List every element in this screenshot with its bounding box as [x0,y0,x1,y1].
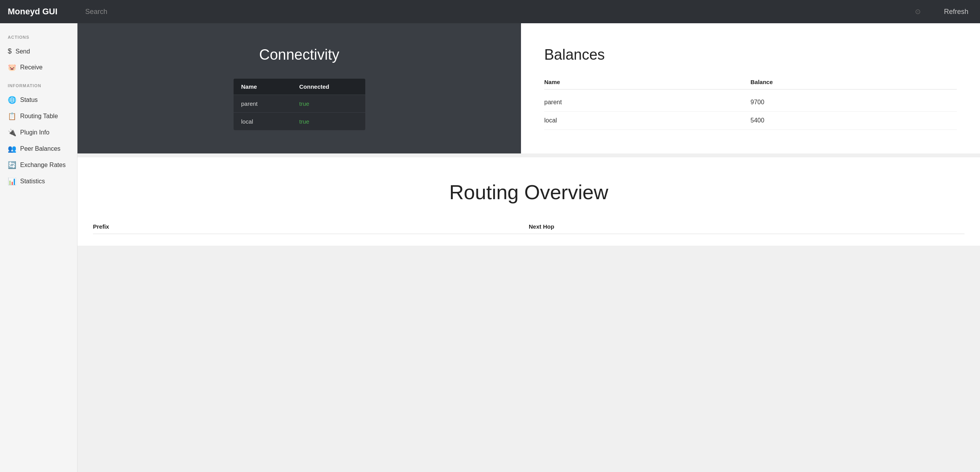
connectivity-col-connected: Connected [299,83,358,90]
balances-table-header: Name Balance [544,75,957,90]
actions-section-label: ACTIONS [0,35,77,43]
balances-col-balance: Balance [751,79,957,85]
connectivity-table: Name Connected parent true local true [234,79,365,130]
balances-row-parent-balance: 9700 [751,99,957,106]
app-logo: Moneyd GUI [0,7,77,17]
routing-section: Routing Overview Prefix Next Hop [77,157,980,246]
sidebar-item-peer-balances-label: Peer Balances [20,145,60,152]
sidebar: ACTIONS $ Send 🐷 Receive INFORMATION 🌐 S… [0,23,77,472]
sidebar-item-exchange-rates-label: Exchange Rates [20,162,65,169]
sidebar-item-receive[interactable]: 🐷 Receive [0,59,77,76]
connectivity-row-local-name: local [241,118,299,125]
status-icon: 🌐 [8,96,16,104]
main-content: Connectivity Name Connected parent true … [77,23,980,472]
search-input[interactable] [85,8,925,16]
receive-icon: 🐷 [8,63,16,72]
routing-table-icon: 📋 [8,112,16,121]
exchange-rates-icon: 🔄 [8,161,16,169]
refresh-button[interactable]: Refresh [932,0,980,23]
connectivity-row-local: local true [234,112,365,130]
statistics-icon: 📊 [8,177,16,186]
connectivity-row-parent: parent true [234,95,365,112]
sidebar-item-plugin-info[interactable]: 🔌 Plugin Info [0,124,77,141]
sidebar-item-status-label: Status [20,96,38,103]
peer-balances-icon: 👥 [8,145,16,153]
search-icon: ⊙ [915,7,921,16]
routing-col-next-hop: Next Hop [529,223,965,230]
balances-row-local-name: local [544,117,751,124]
connectivity-title: Connectivity [259,47,339,63]
balances-panel: Balances Name Balance parent 9700 local … [521,23,980,153]
balances-row-local-balance: 5400 [751,117,957,124]
sidebar-item-plugin-info-label: Plugin Info [20,129,50,136]
main-layout: ACTIONS $ Send 🐷 Receive INFORMATION 🌐 S… [0,23,980,472]
logo-suffix: GUI [40,7,57,16]
sidebar-item-statistics[interactable]: 📊 Statistics [0,173,77,189]
top-section: Connectivity Name Connected parent true … [77,23,980,153]
routing-table-header: Prefix Next Hop [93,219,965,234]
connectivity-panel: Connectivity Name Connected parent true … [77,23,521,153]
sidebar-item-send-label: Send [15,48,30,55]
sidebar-item-routing-table-label: Routing Table [20,113,58,120]
balances-row-local: local 5400 [544,112,957,130]
connectivity-table-header: Name Connected [234,79,365,95]
sidebar-item-receive-label: Receive [20,64,43,71]
balances-col-name: Name [544,79,751,85]
search-container: ⊙ [77,8,932,16]
topbar: Moneyd GUI ⊙ Refresh [0,0,980,23]
sidebar-item-exchange-rates[interactable]: 🔄 Exchange Rates [0,157,77,173]
connectivity-row-parent-connected: true [299,100,358,107]
sidebar-item-peer-balances[interactable]: 👥 Peer Balances [0,141,77,157]
balances-row-parent-name: parent [544,99,751,106]
logo-brand: Moneyd [8,7,40,16]
connectivity-row-parent-name: parent [241,100,299,107]
routing-col-prefix: Prefix [93,223,529,230]
connectivity-col-name: Name [241,83,299,90]
routing-title: Routing Overview [93,181,965,204]
connectivity-row-local-connected: true [299,118,358,125]
balances-row-parent: parent 9700 [544,93,957,112]
balances-title: Balances [544,47,957,63]
sidebar-item-status[interactable]: 🌐 Status [0,92,77,108]
sidebar-item-send[interactable]: $ Send [0,43,77,59]
plugin-info-icon: 🔌 [8,128,16,137]
information-section-label: INFORMATION [0,83,77,92]
balances-table: Name Balance parent 9700 local 5400 [544,75,957,130]
sidebar-item-routing-table[interactable]: 📋 Routing Table [0,108,77,124]
sidebar-item-statistics-label: Statistics [20,178,45,185]
send-icon: $ [8,47,12,55]
